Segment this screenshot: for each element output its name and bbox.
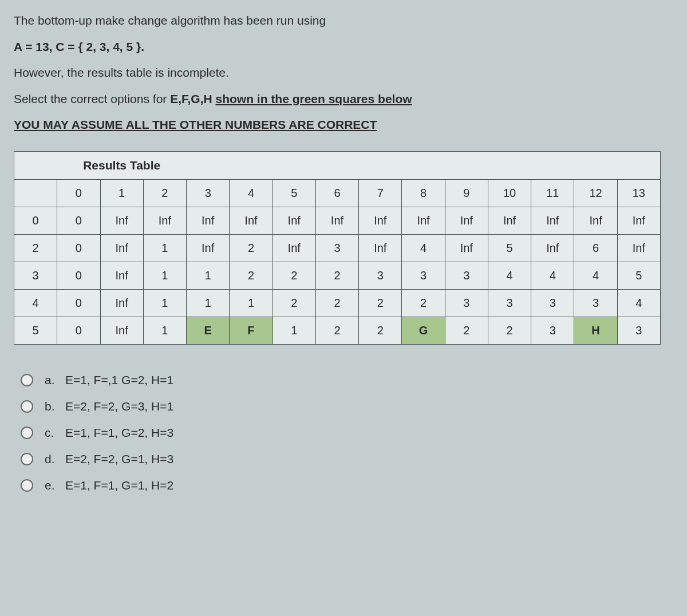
cell-2-10: 5 [488, 234, 531, 262]
col-header-8: 8 [402, 179, 445, 207]
cell-0-7: Inf [359, 207, 402, 234]
row-label-4: 4 [14, 289, 57, 317]
cell-5-6: 2 [315, 317, 358, 344]
cell-2-8: 4 [402, 234, 445, 262]
row-label-2: 2 [14, 234, 57, 262]
question-line-4: Select the correct options for E,F,G,H s… [14, 90, 673, 108]
col-header-7: 7 [359, 179, 402, 207]
option-text: E=2, F=2, G=1, H=3 [65, 452, 173, 466]
radio-d[interactable] [21, 453, 33, 465]
cell-2-2: 1 [143, 234, 186, 262]
cell-5-13: 3 [617, 317, 660, 344]
cell-0-12: Inf [574, 207, 617, 234]
row-label-0: 0 [14, 207, 57, 234]
cell-4-10: 3 [488, 289, 531, 317]
cell-2-1: Inf [100, 234, 143, 262]
cell-5-10: 2 [488, 317, 531, 344]
cell-3-1: Inf [100, 262, 143, 289]
cell-3-3: 1 [187, 262, 230, 289]
cell-4-6: 2 [315, 289, 358, 317]
results-table-container: Results Table01234567891011121300InfInfI… [14, 151, 673, 345]
cell-4-4: 1 [230, 289, 273, 317]
col-header-4: 4 [230, 179, 273, 207]
cell-5-3: E [187, 317, 230, 344]
col-header-1: 1 [100, 179, 143, 207]
col-header-2: 2 [143, 179, 186, 207]
cell-0-9: Inf [445, 207, 488, 234]
table-title-pad [445, 151, 488, 179]
cell-3-0: 0 [57, 262, 100, 289]
option-text: E=2, F=2, G=3, H=1 [65, 400, 173, 413]
row-label-5: 5 [14, 317, 57, 344]
cell-0-4: Inf [230, 207, 273, 234]
cell-0-11: Inf [531, 207, 574, 234]
cell-3-5: 2 [273, 262, 315, 289]
cell-0-1: Inf [100, 207, 143, 234]
cell-3-6: 2 [315, 262, 358, 289]
cell-5-1: Inf [100, 317, 143, 344]
radio-b[interactable] [21, 400, 33, 413]
answer-options: a.E=1, F=,1 G=2, H=1b.E=2, F=2, G=3, H=1… [21, 373, 673, 492]
table-title-pad [574, 151, 617, 179]
table-title-pad [531, 151, 574, 179]
option-c[interactable]: c.E=1, F=1, G=2, H=3 [21, 426, 673, 440]
cell-3-2: 1 [143, 262, 186, 289]
table-title-pad [187, 151, 230, 179]
cell-2-7: Inf [359, 234, 402, 262]
cell-4-5: 2 [273, 289, 315, 317]
radio-c[interactable] [21, 427, 33, 439]
cell-0-5: Inf [273, 207, 315, 234]
col-header-0: 0 [57, 179, 100, 207]
option-e[interactable]: e.E=1, F=1, G=1, H=2 [21, 479, 673, 492]
option-letter: e. [45, 479, 56, 492]
cell-0-13: Inf [617, 207, 660, 234]
cell-0-6: Inf [315, 207, 358, 234]
table-title-pad [230, 151, 273, 179]
cell-4-12: 3 [574, 289, 617, 317]
cell-5-12: H [574, 317, 617, 344]
option-text: E=1, F=,1 G=2, H=1 [65, 373, 173, 387]
option-text: E=1, F=1, G=2, H=3 [65, 426, 173, 440]
row-header-blank [14, 179, 57, 207]
col-header-11: 11 [531, 179, 574, 207]
cell-3-11: 4 [531, 262, 574, 289]
radio-a[interactable] [21, 374, 33, 386]
question-line-5: YOU MAY ASSUME ALL THE OTHER NUMBERS ARE… [14, 116, 673, 134]
option-d[interactable]: d.E=2, F=2, G=1, H=3 [21, 452, 673, 466]
cell-3-4: 2 [230, 262, 273, 289]
table-corner [14, 151, 57, 179]
cell-2-6: 3 [315, 234, 358, 262]
option-letter: d. [45, 452, 56, 466]
question-line-3: However, the results table is incomplete… [14, 64, 673, 82]
col-header-3: 3 [187, 179, 230, 207]
cell-2-0: 0 [57, 234, 100, 262]
cell-5-9: 2 [445, 317, 488, 344]
col-header-6: 6 [315, 179, 358, 207]
cell-4-11: 3 [531, 289, 574, 317]
cell-4-0: 0 [57, 289, 100, 317]
cell-0-8: Inf [402, 207, 445, 234]
table-title-pad [488, 151, 531, 179]
option-letter: c. [45, 426, 56, 440]
cell-5-0: 0 [57, 317, 100, 344]
cell-2-13: Inf [617, 234, 660, 262]
cell-0-2: Inf [143, 207, 186, 234]
cell-3-10: 4 [488, 262, 531, 289]
option-b[interactable]: b.E=2, F=2, G=3, H=1 [21, 400, 673, 413]
cell-4-7: 2 [359, 289, 402, 317]
radio-e[interactable] [21, 479, 33, 492]
col-header-12: 12 [574, 179, 617, 207]
row-label-3: 3 [14, 262, 57, 289]
cell-5-8: G [402, 317, 445, 344]
option-a[interactable]: a.E=1, F=,1 G=2, H=1 [21, 373, 673, 387]
table-title-pad [315, 151, 358, 179]
col-header-5: 5 [273, 179, 315, 207]
table-title-pad [273, 151, 315, 179]
cell-2-11: Inf [531, 234, 574, 262]
cell-0-3: Inf [187, 207, 230, 234]
cell-5-2: 1 [143, 317, 186, 344]
col-header-10: 10 [488, 179, 531, 207]
question-text: The bottom-up make change algorithm has … [14, 11, 673, 134]
cell-2-12: 6 [574, 234, 617, 262]
table-title-pad [402, 151, 445, 179]
